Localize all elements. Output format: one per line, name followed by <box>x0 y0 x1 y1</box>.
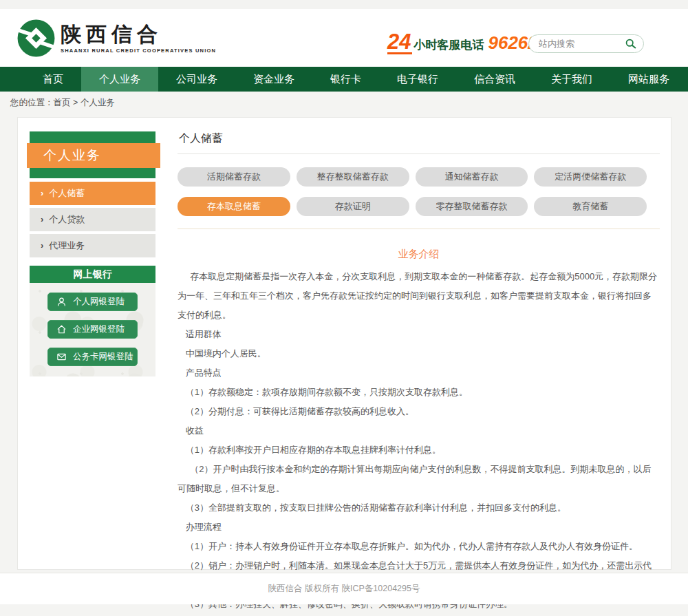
breadcrumb-home-link[interactable]: 首页 <box>54 98 71 107</box>
user-icon <box>56 297 67 307</box>
site-search[interactable] <box>528 34 644 53</box>
logo-title: 陕西信合 <box>61 23 216 45</box>
search-icon[interactable] <box>625 38 636 50</box>
copyright-text: 陕西信合 版权所有 陕ICP备10204295号 <box>268 583 420 595</box>
bank-logo-icon <box>17 19 55 57</box>
envelope-icon <box>56 352 67 362</box>
tab-deposit-certificate[interactable]: 存款证明 <box>297 197 409 216</box>
breadcrumb-current: 个人业务 <box>80 98 115 107</box>
page-title: 个人储蓄 <box>178 131 660 146</box>
intro-paragraph: （2）分期付息：可获得比活期储蓄存款较高的利息收入。 <box>178 402 660 421</box>
tab-row-1: 活期储蓄存款 整存整取储蓄存款 通知储蓄存款 定活两便储蓄存款 <box>178 167 647 187</box>
tab-demand-savings[interactable]: 活期储蓄存款 <box>178 167 290 187</box>
chevron-right-icon: › <box>41 234 43 257</box>
tab-education-savings[interactable]: 教育储蓄 <box>534 197 647 216</box>
button-label: 个人网银登陆 <box>73 296 125 308</box>
business-introduction: 存本取息定期储蓄是指一次存入本金，分次支取利息，到期支取本金的一种储蓄存款。起存… <box>178 267 660 616</box>
button-label: 公务卡网银登陆 <box>73 351 133 363</box>
online-banking-title: 网上银行 <box>30 266 155 283</box>
tab-installment-savings[interactable]: 零存整取储蓄存款 <box>416 197 528 216</box>
tab-row-2: 存本取息储蓄 存款证明 零存整取储蓄存款 教育储蓄 <box>178 197 647 216</box>
tab-principal-interest-savings[interactable]: 存本取息储蓄 <box>178 197 290 216</box>
corporate-ebank-login-button[interactable]: 企业网银登陆 <box>47 320 138 339</box>
sidebar-item-label: 代理业务 <box>49 234 85 257</box>
intro-paragraph: 办理流程 <box>178 518 660 537</box>
intro-paragraph: （1）存款额稳定：款项存放期间存款额不变，只按期次支取存款利息。 <box>178 383 660 402</box>
sidebar-section-title: 个人业务 <box>27 143 160 168</box>
nav-item-e-banking[interactable]: 电子银行 <box>379 67 456 92</box>
sidebar-item-personal-loans[interactable]: › 个人贷款 <box>30 208 155 231</box>
nav-item-corporate-business[interactable]: 公司业务 <box>158 67 235 92</box>
nav-item-about-us[interactable]: 关于我们 <box>533 67 610 92</box>
breadcrumb: 您的位置：首页 > 个人业务 <box>10 97 115 109</box>
nav-item-bank-card[interactable]: 银行卡 <box>312 67 379 92</box>
logo-text: 陕西信合 SHAANXI RURAL CREDIT COOPERATIVES U… <box>61 23 216 54</box>
logo[interactable]: 陕西信合 SHAANXI RURAL CREDIT COOPERATIVES U… <box>17 19 216 57</box>
intro-paragraph: 产品特点 <box>178 363 660 383</box>
sidebar: 个人业务 › 个人储蓄 › 个人贷款 › 代理业务 网上银行 个人网银登陆 <box>30 131 155 376</box>
nav-item-news[interactable]: 信合资讯 <box>456 67 533 92</box>
content-area: 个人储蓄 活期储蓄存款 整存整取储蓄存款 通知储蓄存款 定活两便储蓄存款 存本取… <box>178 131 660 616</box>
title-divider <box>178 153 660 154</box>
tab-flexible-savings[interactable]: 定活两便储蓄存款 <box>534 167 647 187</box>
home-icon <box>56 324 67 334</box>
breadcrumb-prefix: 您的位置： <box>10 98 54 107</box>
main-container: 个人业务 › 个人储蓄 › 个人贷款 › 代理业务 网上银行 个人网银登陆 <box>17 117 671 570</box>
sidebar-item-label: 个人储蓄 <box>49 182 85 205</box>
intro-paragraph: 适用群体 <box>178 325 660 344</box>
logo-subtitle: SHAANXI RURAL CREDIT COOPERATIVES UNION <box>61 47 216 54</box>
sidebar-header-block: 个人业务 <box>30 131 155 178</box>
intro-paragraph: 存本取息定期储蓄是指一次存入本金，分次支取利息，到期支取本金的一种储蓄存款。起存… <box>178 267 660 325</box>
intro-paragraph: 收益 <box>178 421 660 440</box>
service-hotline: 24 小时客服电话 96262 <box>387 32 538 54</box>
breadcrumb-separator: > <box>73 98 78 107</box>
section-heading: 业务介绍 <box>178 248 660 261</box>
sidebar-item-personal-savings[interactable]: › 个人储蓄 <box>30 182 155 205</box>
top-strip <box>0 0 688 9</box>
intro-paragraph: （1）存款利率按开户日相应存期的存本取息挂牌利率计付利息。 <box>178 440 660 460</box>
nav-item-site-services[interactable]: 网站服务 <box>610 67 687 92</box>
nav-item-home[interactable]: 首页 <box>25 67 81 92</box>
sidebar-item-label: 个人贷款 <box>49 208 85 231</box>
main-nav: 首页 个人业务 公司业务 资金业务 银行卡 电子银行 信合资讯 关于我们 网站服… <box>0 67 688 92</box>
online-banking-panel: 个人网银登陆 企业网银登陆 公务卡网银登陆 <box>30 283 155 376</box>
nav-item-funds-business[interactable]: 资金业务 <box>235 67 312 92</box>
intro-paragraph: （3）全部提前支取的，按支取日挂牌公告的活期储蓄存款利率计付利息，并扣回多支付的… <box>178 498 660 518</box>
nav-item-personal-business[interactable]: 个人业务 <box>81 67 158 92</box>
intro-paragraph: （1）开户：持本人有效身份证件开立存本取息存折账户。如为代办，代办人需持有存款人… <box>178 537 660 556</box>
site-footer: 陕西信合 版权所有 陕ICP备10204295号 <box>0 573 688 604</box>
hotline-label: 小时客服电话 <box>413 37 484 53</box>
tab-lump-deposit-withdrawal[interactable]: 整存整取储蓄存款 <box>297 167 409 187</box>
tab-notice-savings[interactable]: 通知储蓄存款 <box>416 167 528 187</box>
intro-paragraph: （2）开户时由我行按本金和约定的存期计算出每期应向储户支付的利息数，不得提前支取… <box>178 460 660 498</box>
official-card-ebank-login-button[interactable]: 公务卡网银登陆 <box>47 348 138 366</box>
section-divider <box>178 229 660 229</box>
personal-ebank-login-button[interactable]: 个人网银登陆 <box>47 293 138 311</box>
intro-paragraph: 中国境内个人居民。 <box>178 344 660 363</box>
chevron-right-icon: › <box>41 182 43 205</box>
hotline-24: 24 <box>387 32 412 54</box>
chevron-right-icon: › <box>41 208 43 231</box>
search-input[interactable] <box>539 39 625 49</box>
sidebar-item-agency-business[interactable]: › 代理业务 <box>30 234 155 257</box>
site-header: 陕西信合 SHAANXI RURAL CREDIT COOPERATIVES U… <box>0 9 688 67</box>
button-label: 企业网银登陆 <box>73 323 125 335</box>
